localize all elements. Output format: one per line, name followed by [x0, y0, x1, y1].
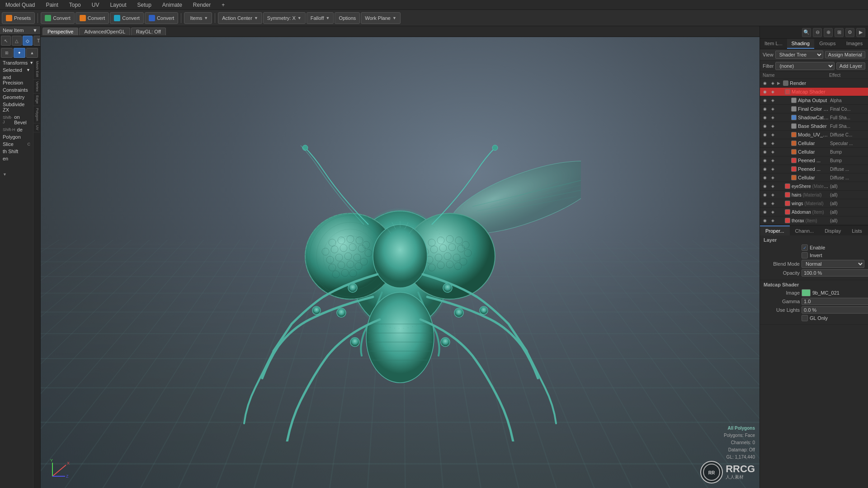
- rp-settings-icon[interactable]: ⚙: [845, 28, 854, 37]
- viewport-canvas[interactable]: All Polygons Polygons: Face Channels: 0 …: [41, 37, 760, 488]
- menu-uv[interactable]: UV: [90, 1, 101, 9]
- opacity-input[interactable]: [802, 269, 868, 277]
- sidebar-btn-mode3[interactable]: ▲: [26, 48, 38, 58]
- shader-row-cellular2[interactable]: ◉ ◈ Cellular Bump: [760, 148, 868, 156]
- rp-search-icon[interactable]: ⊕: [824, 28, 833, 37]
- strip-label-mesh-edit[interactable]: Mesh Edit: [33, 59, 40, 80]
- sidebar-btn-arrow[interactable]: ↖: [1, 36, 11, 46]
- add-layer-button[interactable]: Add Layer: [836, 62, 865, 70]
- rp-layout-icon[interactable]: ⊞: [835, 28, 844, 37]
- rp-zoom-out-icon[interactable]: ⊖: [813, 28, 822, 37]
- bevel-item[interactable]: Shift-J on Bevel: [0, 113, 33, 126]
- bp-tab-channels[interactable]: Chann...: [790, 225, 820, 235]
- vp-tab-advanced-opengl[interactable]: AdvancedOpenGL: [79, 28, 130, 35]
- menu-plus[interactable]: +: [220, 1, 226, 9]
- subdivide-item[interactable]: Subdivide ZX: [0, 101, 33, 113]
- strip-label-uv[interactable]: UV: [33, 123, 40, 132]
- thshift-item[interactable]: th Shift: [0, 148, 33, 155]
- bp-tab-lists[interactable]: Lists: [846, 225, 868, 235]
- sidebar-btn-mode2[interactable]: ✦: [14, 48, 25, 58]
- vp-tab-raygl[interactable]: RayGL: Off: [131, 28, 166, 35]
- bp-tab-properties[interactable]: Proper...: [760, 225, 790, 235]
- shader-row-cellular1[interactable]: ◉ ◈ Cellular Specular ...: [760, 139, 868, 148]
- shader-row-finalcolor[interactable]: ◉ ◈ Final Color Output Final Co...: [760, 105, 868, 113]
- shader-row-peened1[interactable]: ◉ ◈ Peened ... Bump: [760, 156, 868, 165]
- edge-item[interactable]: Shift-H de: [0, 126, 33, 133]
- blend-mode-select[interactable]: Normal: [802, 260, 864, 268]
- shader-row-abdoman[interactable]: ◉ ◈ Abdoman (Item) (all): [760, 208, 868, 216]
- shader-lock-matcap[interactable]: ◈: [769, 89, 776, 95]
- bp-tab-display[interactable]: Display: [819, 225, 846, 235]
- shader-row-thorax[interactable]: ◉ ◈ thorax (Item) (all): [760, 216, 868, 225]
- shader-tree-view-select[interactable]: Shader Tree: [775, 51, 823, 59]
- rp-tab-groups[interactable]: Groups: [814, 39, 841, 49]
- falloff-dropdown[interactable]: Falloff ▼: [307, 12, 334, 24]
- sidebar-btn-triangle[interactable]: △: [12, 36, 22, 46]
- menu-render[interactable]: Render: [191, 1, 212, 9]
- rp-zoom-in-icon[interactable]: 🔍: [802, 28, 811, 37]
- viewport-tabs: Perspective AdvancedOpenGL RayGL: Off: [41, 26, 760, 37]
- shader-row-alpha[interactable]: ◉ ◈ Alpha Output Alpha: [760, 96, 868, 105]
- menu-setup[interactable]: Setup: [135, 1, 153, 9]
- shader-row-matcap[interactable]: ◉ ◈ Matcap Shader: [760, 88, 868, 96]
- invert-checkbox[interactable]: [802, 252, 808, 258]
- rp-more-icon[interactable]: ▶: [856, 28, 865, 37]
- shader-row-shadow[interactable]: ◉ ◈ ShadowCatcher.lxl Full Sha...: [760, 113, 868, 122]
- options-button[interactable]: Options: [335, 12, 360, 24]
- slice-item[interactable]: Slice C: [0, 141, 33, 148]
- menu-model-quad[interactable]: Model Quad: [4, 1, 37, 9]
- vp-tab-perspective[interactable]: Perspective: [42, 28, 78, 35]
- shader-row[interactable]: ◉ ◈ ▶ Render: [760, 79, 868, 88]
- sidebar-btn-mode1[interactable]: ⊞: [1, 48, 13, 58]
- shader-row-hairs[interactable]: ◉ ◈ hairs (Material) (all): [760, 191, 868, 199]
- menu-layout[interactable]: Layout: [108, 1, 128, 9]
- menu-paint[interactable]: Paint: [44, 1, 60, 9]
- transforms-item[interactable]: Transforms ▼: [0, 59, 33, 66]
- shader-expand[interactable]: ▶: [777, 81, 782, 85]
- constraints-item[interactable]: Constraints: [0, 86, 33, 94]
- shader-row-peened2[interactable]: ◉ ◈ Peened ... Diffuse ...: [760, 165, 868, 174]
- convert3-button[interactable]: Convert: [110, 12, 144, 24]
- action-center-dropdown[interactable]: Action Center ▼: [218, 12, 262, 24]
- convert4-button[interactable]: Convert: [145, 12, 179, 24]
- rp-tab-shading[interactable]: Shading: [787, 39, 814, 49]
- shader-tree-filter-select[interactable]: (none): [775, 62, 834, 70]
- work-plane-dropdown[interactable]: Work Plane ▼: [361, 12, 401, 24]
- menu-topo[interactable]: Topo: [67, 1, 83, 9]
- shader-row-wings[interactable]: ◉ ◈ wings (Material) (all): [760, 199, 868, 208]
- use-lights-input[interactable]: [802, 306, 868, 314]
- gl-only-checkbox[interactable]: [802, 315, 808, 321]
- sidebar-btn-shape1[interactable]: ◇: [23, 36, 33, 46]
- shader-vis-alpha[interactable]: ◉: [762, 97, 768, 103]
- strip-label-polygon[interactable]: Polygon: [33, 106, 40, 123]
- geometry-item[interactable]: Geometry: [0, 94, 33, 101]
- strip-label-vertex[interactable]: Vertex: [33, 80, 40, 94]
- shader-lock-alpha[interactable]: ◈: [769, 97, 776, 103]
- shader-row-uvcheck[interactable]: ◉ ◈ Modo_UV_checker Diffuse C...: [760, 131, 868, 139]
- sidebar-btn-shape2[interactable]: T: [33, 36, 41, 46]
- rp-tab-item[interactable]: Item L...: [760, 39, 787, 49]
- sidebar-bottom-dropdown[interactable]: ▼: [0, 171, 33, 178]
- gamma-input[interactable]: [802, 298, 868, 305]
- shader-vis-toggle[interactable]: ◉: [762, 80, 768, 86]
- shader-vis-matcap[interactable]: ◉: [762, 89, 768, 95]
- strip-label-edge[interactable]: Edge: [33, 94, 40, 106]
- convert1-button[interactable]: Convert: [41, 12, 75, 24]
- shader-row-eyeshere[interactable]: ◉ ◈ eyeShere (Material) (all): [760, 182, 868, 191]
- shader-lock-toggle[interactable]: ◈: [769, 80, 776, 86]
- selected-item[interactable]: Selected ▼: [0, 66, 33, 74]
- items-dropdown[interactable]: Items ▼: [184, 12, 212, 24]
- convert2-button[interactable]: Convert: [75, 12, 109, 24]
- symmetry-dropdown[interactable]: Symmetry: X ▼: [263, 12, 306, 24]
- new-item-button[interactable]: New Item ▼: [0, 26, 40, 35]
- enable-checkbox[interactable]: ✓: [802, 244, 808, 251]
- rp-tab-images[interactable]: Images: [841, 39, 868, 49]
- presets-button[interactable]: Presets: [2, 12, 35, 24]
- polygon-item[interactable]: Polygon: [0, 133, 33, 141]
- assign-material-button[interactable]: Assign Material: [825, 51, 865, 58]
- menu-animate[interactable]: Animate: [160, 1, 184, 9]
- precision-item[interactable]: and Precision: [0, 74, 33, 86]
- shader-row-cellular3[interactable]: ◉ ◈ Cellular Diffuse ...: [760, 174, 868, 182]
- shader-row-base[interactable]: ◉ ◈ Base Shader Full Sha...: [760, 122, 868, 131]
- open-item[interactable]: en: [0, 155, 33, 162]
